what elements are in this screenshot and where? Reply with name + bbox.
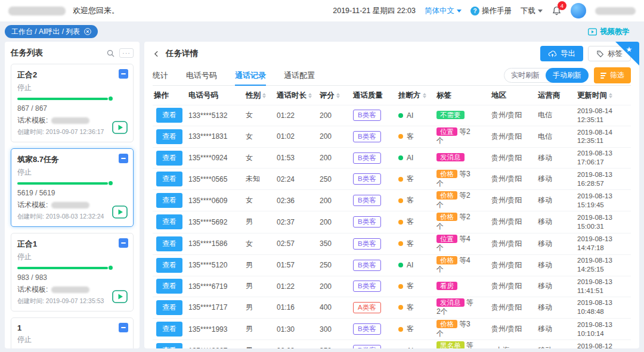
tab[interactable]: 电话号码 bbox=[186, 66, 217, 85]
cell-phone: 135****0609 bbox=[188, 197, 246, 205]
task-status: 停止 bbox=[17, 83, 127, 93]
notification-badge: 4 bbox=[558, 1, 566, 10]
tab[interactable]: 通话配置 bbox=[284, 66, 315, 85]
download-menu[interactable]: 下载 bbox=[521, 6, 543, 16]
close-icon[interactable] bbox=[84, 28, 91, 35]
back-icon[interactable] bbox=[153, 50, 160, 58]
hangup-dot-icon bbox=[398, 177, 403, 182]
manual-link[interactable]: ? 操作手册 bbox=[470, 6, 512, 16]
quality-badge: B类客 bbox=[353, 173, 381, 185]
collapse-task-icon[interactable] bbox=[119, 154, 128, 163]
cell-carrier: 移动 bbox=[538, 174, 577, 184]
task-created-time: 创建时间: 2019-08-03 12:32:24 bbox=[17, 213, 127, 221]
detail-title: 任务详情 bbox=[166, 48, 198, 59]
table-row: 查看 135****0924 女 01:53 200 B类客 AI 发消息 贵州… bbox=[153, 147, 631, 168]
cell-gender: 男 bbox=[246, 303, 277, 313]
view-button[interactable]: 查看 bbox=[156, 279, 182, 294]
breadcrumb[interactable]: 工作台 / AI呼出 / 列表 bbox=[5, 25, 98, 38]
tag-badge: 价格 bbox=[436, 320, 457, 328]
column-header: 运营商 bbox=[538, 91, 577, 101]
table-row: 查看 135****0609 女 02:36 200 B类客 客 价格等2个 贵… bbox=[153, 189, 631, 211]
tag-icon bbox=[596, 50, 604, 58]
table-row: 查看 135****6719 男 01:22 200 B类客 客 看房 贵州/贵… bbox=[153, 276, 631, 297]
sort-icon[interactable] bbox=[262, 93, 266, 98]
app-logo-redacted bbox=[8, 7, 66, 15]
cell-region: 贵州/贵阳 bbox=[491, 281, 538, 291]
column-header[interactable]: 性别 bbox=[246, 91, 277, 101]
hangup-dot-icon bbox=[398, 155, 403, 160]
progress-dot-icon bbox=[109, 96, 113, 101]
tab[interactable]: 统计 bbox=[153, 66, 168, 85]
cell-hangup: 客 bbox=[407, 195, 414, 205]
column-header: 电话号码 bbox=[188, 91, 246, 101]
filter-button[interactable]: 筛选 bbox=[594, 67, 631, 83]
task-detail-panel: ★ 任务详情 导出 标签 统计电话号码通话记录通话配置 bbox=[144, 42, 639, 348]
column-header[interactable]: 更新时间 bbox=[577, 91, 630, 101]
filter-icon bbox=[600, 73, 606, 79]
cell-duration: 02:24 bbox=[277, 175, 320, 183]
column-header[interactable]: 通话时长 bbox=[277, 91, 320, 101]
view-button[interactable]: 查看 bbox=[156, 151, 182, 166]
task-created-time: 创建时间: 2019-09-07 12:35:53 bbox=[17, 297, 127, 306]
tag-badge: 不需要 bbox=[436, 111, 465, 119]
play-button[interactable] bbox=[112, 121, 128, 134]
view-button[interactable]: 查看 bbox=[156, 322, 182, 337]
play-button[interactable] bbox=[112, 290, 128, 303]
cell-score: 200 bbox=[320, 154, 353, 162]
quality-badge: B类客 bbox=[353, 281, 381, 292]
task-card[interactable]: 1 停止 0% 0 / 1 话术模板: 创建时间: 2019-11-07 13:… bbox=[11, 317, 134, 348]
view-button[interactable]: 查看 bbox=[156, 236, 182, 251]
avatar[interactable] bbox=[571, 3, 586, 18]
cell-region: 贵州/贵阳 bbox=[491, 110, 538, 120]
collapse-task-icon[interactable] bbox=[119, 238, 128, 248]
manual-refresh-button[interactable]: 手动刷新 bbox=[546, 68, 589, 83]
more-icon[interactable]: ··· bbox=[119, 48, 134, 58]
sort-icon[interactable] bbox=[423, 93, 426, 98]
sort-icon[interactable] bbox=[609, 93, 612, 98]
template-name-redacted bbox=[51, 202, 89, 208]
cell-hangup: AI bbox=[407, 111, 413, 120]
column-header[interactable]: 挂断方 bbox=[398, 91, 436, 101]
sort-icon[interactable] bbox=[308, 93, 312, 98]
cell-updated: 2019-08-13 17:06:17 bbox=[577, 149, 626, 167]
cell-phone: 133****5132 bbox=[188, 111, 246, 120]
sort-icon[interactable] bbox=[336, 93, 340, 98]
column-header[interactable]: 评分 bbox=[320, 91, 353, 101]
help-icon: ? bbox=[470, 7, 479, 15]
collapse-task-icon[interactable] bbox=[119, 323, 128, 332]
language-selector[interactable]: 简体中文 bbox=[425, 6, 462, 16]
view-button[interactable]: 查看 bbox=[156, 258, 182, 273]
play-button[interactable] bbox=[112, 205, 128, 219]
notifications-button[interactable]: 4 bbox=[552, 5, 562, 16]
realtime-refresh-button[interactable]: 实时刷新 bbox=[504, 68, 546, 82]
view-button[interactable]: 查看 bbox=[156, 214, 182, 229]
favorite-corner-ribbon[interactable]: ★ bbox=[615, 42, 639, 66]
template-label: 话术模板: bbox=[17, 116, 48, 126]
view-button[interactable]: 查看 bbox=[156, 172, 182, 186]
download-label: 下载 bbox=[521, 6, 535, 16]
task-card[interactable]: 正合1 停止 983 / 983 话术模板: 创建时间: 2019-09-07 … bbox=[11, 233, 134, 311]
view-button[interactable]: 查看 bbox=[156, 343, 182, 348]
export-button[interactable]: 导出 bbox=[540, 46, 583, 61]
cell-updated: 2019-08-12 19:06:39 bbox=[577, 342, 626, 348]
view-button[interactable]: 查看 bbox=[156, 108, 182, 123]
cell-region: 贵州/贵阳 bbox=[491, 239, 538, 249]
view-button[interactable]: 查看 bbox=[156, 300, 182, 315]
hangup-dot-icon bbox=[398, 134, 403, 139]
hangup-dot-icon bbox=[398, 113, 403, 118]
view-button[interactable]: 查看 bbox=[156, 129, 182, 144]
cell-updated: 2019-08-14 12:35:11 bbox=[577, 128, 626, 146]
task-card[interactable]: 正合2 停止 867 / 867 话术模板: 创建时间: 2019-09-07 … bbox=[11, 64, 134, 142]
cell-updated: 2019-08-14 12:35:11 bbox=[577, 107, 626, 124]
progress-dot-icon bbox=[109, 181, 113, 185]
tab[interactable]: 通话记录 bbox=[235, 66, 266, 85]
breadcrumb-bar: 工作台 / AI呼出 / 列表 视频教学 bbox=[0, 21, 644, 42]
video-tutorial-link[interactable]: 视频教学 bbox=[588, 27, 630, 37]
cell-phone: 135****1993 bbox=[188, 325, 246, 334]
task-name: 正合2 bbox=[17, 70, 127, 80]
cell-carrier: 电信 bbox=[538, 132, 577, 142]
task-card[interactable]: 筑家8.7任务 停止 5619 / 5619 话术模板: 创建时间: 2019-… bbox=[11, 148, 134, 227]
view-button[interactable]: 查看 bbox=[156, 193, 182, 208]
search-icon[interactable] bbox=[106, 49, 115, 58]
collapse-task-icon[interactable] bbox=[119, 69, 128, 79]
